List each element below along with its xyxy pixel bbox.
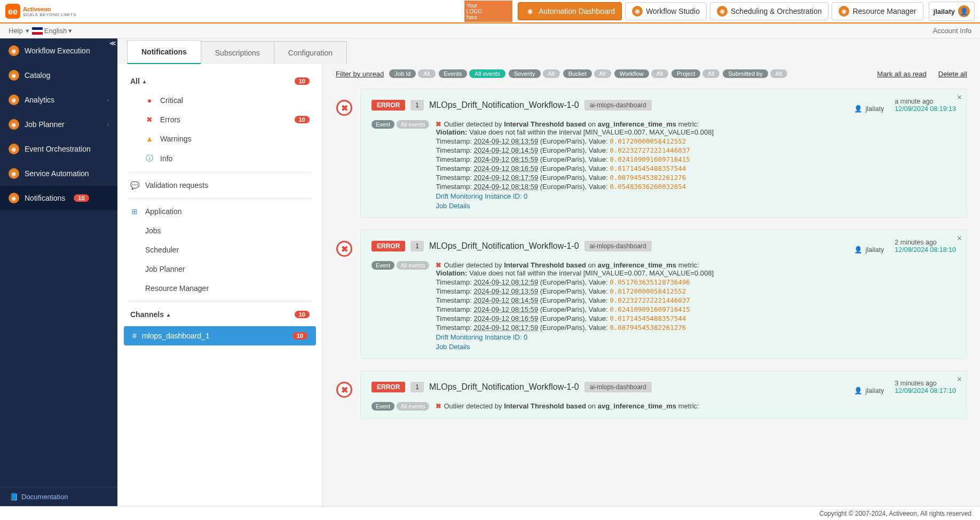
chip-option[interactable]: All <box>770 69 787 78</box>
chip-label[interactable]: Job Id <box>389 69 416 78</box>
filter-validation-requests[interactable]: 💬 Validation requests <box>117 176 322 195</box>
filter-sub-job-planner[interactable]: Job Planner <box>117 259 322 279</box>
close-icon[interactable]: ✕ <box>957 375 962 383</box>
card-user-name: jlailaty <box>866 246 884 254</box>
chip-label[interactable]: Severity <box>509 69 541 78</box>
chip-option[interactable]: All <box>594 69 611 78</box>
language-menu[interactable]: English ▾ <box>32 27 73 35</box>
nav-btn-workflow-studio[interactable]: ◉Workflow Studio <box>625 2 707 20</box>
collapse-sidebar-icon[interactable]: ≪ <box>109 40 116 47</box>
outlier-post: metric: <box>676 120 699 128</box>
filter-info[interactable]: ⓘInfo <box>117 148 322 169</box>
nav-label: Automation Dashboard <box>539 7 615 15</box>
nav-icon: ◉ <box>839 6 849 17</box>
filter-sidebar: All ▴ 10 ●Critical✖Errors10▲WarningsⓘInf… <box>117 64 323 506</box>
timestamp-row: Timestamp: 2024-09-12 08:17:59 (Europe/P… <box>436 174 714 182</box>
event-chip-option[interactable]: All events <box>397 120 430 129</box>
timestamp-value: 2024-09-12 08:13:59 <box>473 137 538 145</box>
chip-option[interactable]: All <box>651 69 668 78</box>
svg-text:ee: ee <box>8 6 18 16</box>
tab-notifications[interactable]: Notifications <box>127 40 201 64</box>
help-menu[interactable]: Help ▾ <box>9 27 29 35</box>
chip-label[interactable]: Submitted by <box>723 69 768 78</box>
notifications-panel: Filter by unread Job IdAllEventsAll even… <box>323 64 980 506</box>
job-details-link[interactable]: Job Details <box>436 202 714 210</box>
filter-channels[interactable]: Channels ▴ 10 <box>117 305 322 324</box>
dismiss-icon[interactable]: ✖ <box>336 100 352 116</box>
delete-all-link[interactable]: Delete all <box>938 70 967 78</box>
chip-option[interactable]: All <box>418 69 435 78</box>
chip-option[interactable]: All events <box>469 69 505 78</box>
metric-value: 0.024109091609716415 <box>610 155 690 163</box>
sidebar-item-label: Workflow Execution <box>25 46 90 55</box>
event-chip-option[interactable]: All events <box>397 402 430 411</box>
sidebar-item-notifications[interactable]: ◉Notifications10 <box>0 186 117 210</box>
tab-subscriptions[interactable]: Subscriptions <box>201 41 274 64</box>
dismiss-icon[interactable]: ✖ <box>336 382 352 398</box>
instance-link[interactable]: Drift Monitoring Instance ID: 0 <box>436 192 714 200</box>
user-icon: 👤 <box>958 5 970 17</box>
top-nav: ◉Automation Dashboard◉Workflow Studio◉Sc… <box>518 2 923 20</box>
filter-sub-scheduler[interactable]: Scheduler <box>117 240 322 259</box>
event-chip-option[interactable]: All events <box>397 261 430 270</box>
timestamp-value: 2024-09-12 08:17:59 <box>473 324 538 332</box>
close-icon[interactable]: ✕ <box>957 93 962 101</box>
outlier-method: Interval Threshold based <box>504 402 586 410</box>
timestamp-row: Timestamp: 2024-09-12 08:16:59 (Europe/P… <box>436 314 714 322</box>
nav-btn-automation-dashboard[interactable]: ◉Automation Dashboard <box>518 2 622 20</box>
nav-btn-scheduling-&-orchestration[interactable]: ◉Scheduling & Orchestration <box>710 2 828 20</box>
help-label: Help <box>9 27 23 35</box>
filter-warnings[interactable]: ▲Warnings <box>117 129 322 148</box>
chip-label[interactable]: Events <box>439 69 468 78</box>
dismiss-icon[interactable]: ✖ <box>336 241 352 257</box>
instance-link[interactable]: Drift Monitoring Instance ID: 0 <box>436 333 714 341</box>
bucket-badge: ai-mlops-dashboard <box>584 382 652 392</box>
sidebar-item-label: Job Planner <box>25 120 65 129</box>
event-chip-label[interactable]: Event <box>372 120 394 129</box>
nav-btn-resource-manager[interactable]: ◉Resource Manager <box>832 2 923 20</box>
job-details-link[interactable]: Job Details <box>436 343 714 351</box>
chat-icon: 💬 <box>130 181 139 190</box>
outlier-pre: Outlier detected by <box>444 261 504 269</box>
channels-label: Channels <box>130 310 164 319</box>
account-info-link[interactable]: Account Info <box>933 27 971 35</box>
outlier-metric: avg_inference_time_ms <box>598 261 676 269</box>
sidebar-item-workflow-execution[interactable]: ◉Workflow Execution <box>0 38 117 63</box>
chevron-up-icon: ▴ <box>167 312 170 318</box>
nav-label: Resource Manager <box>852 7 916 15</box>
violation-text: Value does not fall within the interval … <box>467 269 714 277</box>
filter-sub-resource-manager[interactable]: Resource Manager <box>117 279 322 298</box>
filter-by-unread-link[interactable]: Filter by unread <box>336 70 384 78</box>
chip-option[interactable]: All <box>543 69 560 78</box>
brand-logo[interactable]: ee Activeeon SCALE BEYOND LIMITS <box>5 4 76 19</box>
channel-mlops_dashboard_1[interactable]: #mlops_dashboard_110 <box>124 326 316 345</box>
chip-label[interactable]: Workflow <box>614 69 649 78</box>
filter-critical[interactable]: ●Critical <box>117 91 322 110</box>
event-chips: EventAll events <box>372 402 429 411</box>
error-x-icon: ✖ <box>436 261 441 269</box>
sidebar-item-service-automation[interactable]: ◉Service Automation <box>0 161 117 186</box>
close-icon[interactable]: ✕ <box>957 234 962 242</box>
metric-value: 0.01714545488357544 <box>610 314 686 322</box>
sidebar-item-label: Analytics <box>25 96 54 104</box>
chip-label[interactable]: Bucket <box>563 69 592 78</box>
filter-all[interactable]: All ▴ 10 <box>117 72 322 91</box>
documentation-link[interactable]: 📘 Documentation <box>0 487 117 506</box>
filter-sub-jobs[interactable]: Jobs <box>117 221 322 240</box>
sidebar-item-label: Event Orchestration <box>25 145 91 153</box>
event-chip-label[interactable]: Event <box>372 261 394 270</box>
filter-errors[interactable]: ✖Errors10 <box>117 110 322 129</box>
mark-all-read-link[interactable]: Mark all as read <box>877 70 926 78</box>
chip-option[interactable]: All <box>702 69 720 78</box>
sidebar-item-analytics[interactable]: ◉Analytics‹ <box>0 88 117 112</box>
chip-label[interactable]: Project <box>671 69 700 78</box>
absolute-time: 12/09/2024 08:17:10 <box>895 387 956 395</box>
sidebar-item-event-orchestration[interactable]: ◉Event Orchestration <box>0 137 117 161</box>
filter-all-count: 10 <box>295 77 310 85</box>
tab-configuration[interactable]: Configuration <box>274 41 347 64</box>
event-chip-label[interactable]: Event <box>372 402 394 411</box>
user-menu[interactable]: jlailaty 👤 <box>929 2 975 21</box>
sidebar-item-job-planner[interactable]: ◉Job Planner‹ <box>0 112 117 137</box>
filter-application[interactable]: ⊞ Application <box>117 202 322 221</box>
sidebar-item-catalog[interactable]: ◉Catalog <box>0 63 117 88</box>
